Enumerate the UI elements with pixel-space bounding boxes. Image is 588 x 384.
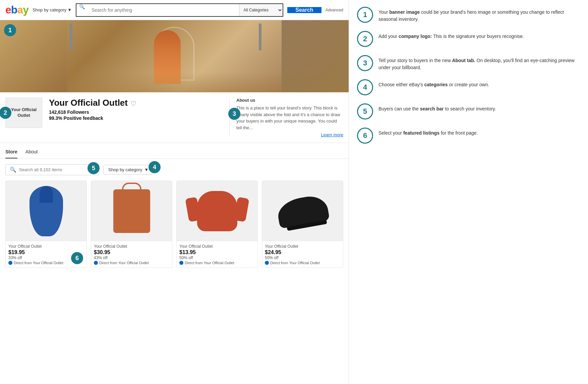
tab-about[interactable]: About (25, 146, 38, 158)
logo-letter-e: e (5, 4, 11, 16)
product-card-2[interactable]: Your Official Outlet $30.95 43% off Dire… (91, 181, 172, 268)
direct-badge-2 (94, 261, 98, 265)
product-grid: 6 Your Official Outlet $19.95 33% off Di… (5, 181, 343, 268)
logo-letter-y: y (23, 4, 28, 16)
product-info-2: Your Official Outlet $30.95 43% off Dire… (91, 241, 172, 268)
about-section: 3 About us This is a place to tell your … (229, 98, 343, 137)
banner-lamp-right (259, 23, 261, 50)
tip-1: 1 Your banner image could be your brand'… (357, 7, 580, 23)
product-price-2: $30.95 (94, 249, 169, 255)
step-badge-3: 3 (228, 108, 240, 120)
search-button[interactable]: Search (287, 7, 321, 13)
tip-5: 5 Buyers can use the search bar to searc… (357, 103, 580, 119)
search-input[interactable] (87, 4, 239, 16)
product-price-3: $13.95 (179, 249, 255, 255)
sweater-illustration (197, 191, 237, 231)
logo-letter-a: a (17, 4, 23, 16)
store-tabs: Store About (0, 146, 349, 159)
tip-text-4: Choose either eBay's categories or creat… (378, 79, 489, 88)
shop-by-category-button[interactable]: Shop by category ▼ (33, 7, 72, 12)
tip-text-5: Buyers can use the search bar to search … (378, 103, 496, 112)
product-info-3: Your Official Outlet $13.95 50% off Dire… (177, 241, 257, 268)
about-text: This is a place to tell your brand's sto… (236, 105, 343, 131)
tip-text-1: Your banner image could be your brand's … (378, 7, 580, 23)
tip-text-3: Tell your story to buyers in the new Abo… (378, 55, 580, 71)
product-price-4: $24.95 (265, 249, 340, 255)
tip-6: 6 Select your featured listings for the … (357, 128, 580, 144)
store-name: Your Official Outlet (49, 98, 128, 108)
product-direct-4: Direct from Your Official Outlet (265, 261, 340, 265)
tip-number-6: 6 (357, 128, 373, 144)
product-direct-3: Direct from Your Official Outlet (179, 261, 255, 265)
store-search-input[interactable] (19, 167, 95, 172)
chevron-down-icon-store: ▼ (144, 167, 149, 172)
product-seller-1: Your Official Outlet (8, 244, 84, 249)
step-badge-5: 5 (87, 162, 100, 174)
tip-4: 4 Choose either eBay's categories or cre… (357, 79, 580, 95)
tip-number-5: 5 (357, 103, 373, 119)
logo-letter-b1: b (11, 4, 17, 16)
tip-number-3: 3 (357, 55, 373, 71)
product-card-1[interactable]: 6 Your Official Outlet $19.95 33% off Di… (5, 181, 87, 268)
tip-text-6: Select your featured listings for the fr… (378, 128, 478, 137)
learn-more-link[interactable]: Learn more (236, 132, 343, 137)
category-select[interactable]: All Categories (239, 4, 283, 16)
product-card-3[interactable]: Your Official Outlet $13.95 50% off Dire… (176, 181, 258, 268)
product-image-3 (177, 181, 257, 241)
tip-3: 3 Tell your story to buyers in the new A… (357, 55, 580, 71)
banner-right-section (282, 20, 349, 92)
product-seller-3: Your Official Outlet (179, 244, 255, 249)
tip-number-2: 2 (357, 31, 373, 47)
search-container: 🔍 All Categories (76, 3, 283, 17)
advanced-link[interactable]: Advanced (326, 8, 343, 12)
step-badge-4: 4 (149, 161, 161, 173)
dress-illustration (30, 186, 63, 236)
product-image-2 (91, 181, 172, 241)
product-card-4[interactable]: Your Official Outlet $24.95 50% off Dire… (262, 181, 343, 268)
about-label: About us (236, 98, 343, 103)
store-search-bar: 🔍 5 Shop by category ▼ 4 (5, 164, 343, 175)
chevron-down-icon: ▼ (67, 7, 72, 12)
search-icon: 🔍 (76, 4, 87, 16)
store-info: 2 Your Official Outlet Your Official Out… (0, 92, 349, 143)
ebay-logo: ebay (5, 4, 28, 16)
step-badge-1: 1 (4, 24, 16, 36)
direct-badge-1 (8, 261, 12, 265)
product-image-1: 6 (6, 181, 86, 241)
product-discount-4: 50% off (265, 255, 340, 260)
store-search-container: 🔍 (5, 164, 99, 175)
banner-image: 1 (0, 20, 349, 92)
product-seller-2: Your Official Outlet (94, 244, 169, 249)
store-logo-wrapper: 2 Your Official Outlet (5, 98, 42, 128)
header: ebay Shop by category ▼ 🔍 All Categories… (0, 0, 349, 20)
main-area: ebay Shop by category ▼ 🔍 All Categories… (0, 0, 349, 384)
tip-number-4: 4 (357, 79, 373, 95)
bag-illustration (113, 189, 150, 233)
tab-store[interactable]: Store (5, 146, 17, 158)
store-feedback: 99.3% Positive feedback (49, 115, 223, 121)
banner-lamp-left (70, 23, 72, 50)
store-body: 🔍 5 Shop by category ▼ 4 6 Your Official… (0, 159, 349, 273)
shop-by-category-store-button[interactable]: Shop by category ▼ 4 (103, 165, 154, 175)
product-image-4 (262, 181, 343, 241)
direct-badge-4 (265, 261, 269, 265)
tip-number-1: 1 (357, 7, 373, 23)
shoe-illustration (276, 194, 330, 229)
product-direct-2: Direct from Your Official Outlet (94, 261, 169, 265)
product-seller-4: Your Official Outlet (265, 244, 340, 249)
store-search-icon: 🔍 (10, 166, 16, 173)
product-discount-2: 43% off (94, 255, 169, 260)
product-info-4: Your Official Outlet $24.95 50% off Dire… (262, 241, 343, 268)
direct-badge-3 (179, 261, 183, 265)
right-panel: 1 Your banner image could be your brand'… (349, 0, 588, 384)
store-followers: 142,618 Followers (49, 109, 223, 115)
heart-icon[interactable]: ♡ (130, 100, 136, 108)
tip-text-2: Add your company logo: This is the signa… (378, 31, 524, 40)
product-discount-3: 50% off (179, 255, 255, 260)
tip-2: 2 Add your company logo: This is the sig… (357, 31, 580, 47)
store-details: Your Official Outlet ♡ 142,618 Followers… (49, 98, 223, 121)
